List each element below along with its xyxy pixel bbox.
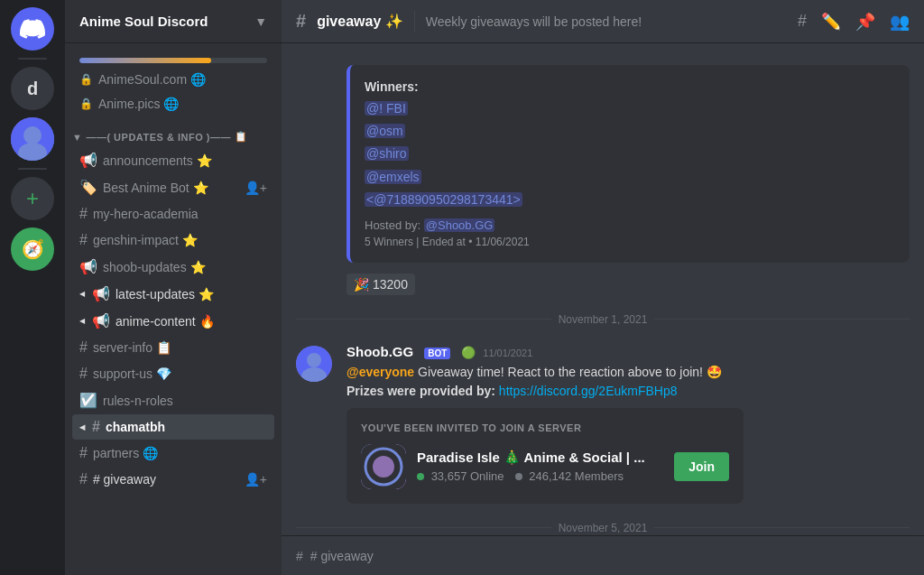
online-dot <box>417 473 424 480</box>
edit-icon[interactable]: ✏️ <box>821 12 841 32</box>
server-icon-avatar[interactable] <box>11 117 54 161</box>
members-icon[interactable]: 👥 <box>890 12 910 32</box>
channel-prefix-icon: 📢 <box>79 152 97 169</box>
xp-progress-fill <box>79 58 211 63</box>
hash-icon: # <box>79 471 88 487</box>
category-updates-info[interactable]: ▼ ——( UPDATES & INFO )—— 📋 <box>65 116 282 146</box>
message-timestamp-1: 11/01/2021 <box>483 348 532 358</box>
server-list: d + 🧭 <box>0 0 65 575</box>
message-list: Winners: @! FBI @osm @shiro @emxels <@71… <box>282 43 924 535</box>
channel-item-rules[interactable]: ☑️ rules-n-roles <box>72 387 274 413</box>
channel-name: chamatbh <box>106 420 267 434</box>
server-name: Anime Soul Discord <box>79 14 208 29</box>
channel-name: # giveaway <box>93 472 239 487</box>
giveaway-winners-label: Winners: <box>365 79 895 94</box>
server-divider-2 <box>18 168 47 170</box>
winner-mention-4: @emxels <box>365 170 421 184</box>
main-content: # giveaway ✨ Weekly giveaways will be po… <box>282 0 924 575</box>
reaction-count: 13200 <box>373 277 408 292</box>
channel-item-animepics[interactable]: 🔒 Anime.pics 🌐 <box>72 92 274 116</box>
channel-name: server-info 📋 <box>93 340 267 355</box>
giveaway-ended-card: Winners: @! FBI @osm @shiro @emxels <@71… <box>346 65 910 263</box>
hash-icon: # <box>79 232 88 248</box>
lock-icon: 🔒 <box>79 97 93 110</box>
unread-indicator: ◀ <box>79 423 85 431</box>
hashtag-icon[interactable]: # <box>798 12 807 31</box>
add-server-button[interactable]: + <box>11 177 54 220</box>
giveaway-footer: 5 Winners | Ended at • 11/06/2021 <box>365 236 895 248</box>
channel-item-animesoul[interactable]: 🔒 AnimeSoul.com 🌐 <box>72 68 274 91</box>
date-label: November 5, 2021 <box>559 522 648 534</box>
channel-name: announcements ⭐ <box>103 153 267 168</box>
prizes-label: Prizes were provided by: <box>346 384 499 398</box>
channel-item-mha[interactable]: # my-hero-academia <box>72 201 274 227</box>
invite-card-header: YOU'VE BEEN INVITED TO JOIN A SERVER <box>361 422 729 433</box>
channel-item-anime-content[interactable]: ◀ 📢 anime-content 🔥 <box>72 308 274 334</box>
divider-line <box>654 319 910 320</box>
reaction-emoji: 🎉 <box>354 277 369 292</box>
megaphone-icon: 📢 <box>92 285 110 302</box>
svg-point-1 <box>23 126 42 144</box>
channel-item-best-anime-bot[interactable]: 🏷️ Best Anime Bot ⭐ 👤+ <box>72 174 274 200</box>
add-member-icon[interactable]: 👤+ <box>245 181 267 195</box>
channel-item-genshin[interactable]: # genshin-impact ⭐ <box>72 227 274 253</box>
date-divider-1: November 1, 2021 <box>296 313 910 326</box>
channel-item-announcements[interactable]: 📢 announcements ⭐ <box>72 147 274 173</box>
date-divider-2: November 5, 2021 <box>296 522 910 534</box>
bottom-hash-icon: # <box>296 549 303 563</box>
invite-server-stats: 33,657 Online 246,142 Members <box>417 469 663 483</box>
divider-line <box>654 527 910 528</box>
unread-indicator: ◀ <box>79 317 85 325</box>
reaction-block: 🎉 13200 <box>282 270 924 299</box>
server-icon-d[interactable]: d <box>11 67 54 110</box>
invite-server-icon <box>361 444 406 489</box>
winner-mention-3: @shiro <box>365 146 409 161</box>
channel-name: support-us 💎 <box>93 366 267 381</box>
message-content-1: Shoob.GG BOT 🟢 11/01/2021 @everyone Give… <box>346 344 910 504</box>
date-label: November 1, 2021 <box>559 313 648 326</box>
bottom-channel-name: # giveaway <box>310 549 374 563</box>
invite-link[interactable]: https://discord.gg/2EukmFBHp8 <box>499 384 678 398</box>
winner-mention-1: @! FBI <box>365 101 408 116</box>
giveaway-winners-list: @! FBI @osm @shiro @emxels <@71889095029… <box>365 97 895 211</box>
invite-server-info: Paradise Isle 🎄 Anime & Social | ... 33,… <box>417 450 663 483</box>
server-header[interactable]: Anime Soul Discord ▼ <box>65 0 282 43</box>
message-header-1: Shoob.GG BOT 🟢 11/01/2021 <box>346 344 910 359</box>
category-icon: 📋 <box>235 131 248 143</box>
channel-topbar: # giveaway ✨ Weekly giveaways will be po… <box>282 0 924 43</box>
channel-name: anime-content 🔥 <box>116 314 267 329</box>
channel-item-latest-updates[interactable]: ◀ 📢 latest-updates ⭐ <box>72 281 274 307</box>
divider-line <box>296 319 551 320</box>
add-member-icon[interactable]: 👤+ <box>245 472 267 487</box>
giveaway-hosted-by: Hosted by: @Shoob.GG <box>365 218 895 232</box>
reaction-button[interactable]: 🎉 13200 <box>346 274 415 295</box>
winner-mention-2: @osm <box>365 124 405 138</box>
topbar-description: Weekly giveaways will be posted here! <box>426 14 787 29</box>
invite-card-body: Paradise Isle 🎄 Anime & Social | ... 33,… <box>361 444 729 489</box>
offline-dot <box>515 473 522 480</box>
message-avatar-1 <box>296 346 332 382</box>
channel-item-chamatbh[interactable]: ◀ # chamatbh <box>72 414 274 440</box>
svg-point-4 <box>307 353 321 367</box>
pin-icon[interactable]: 📌 <box>855 12 875 32</box>
hash-icon: # <box>92 419 100 435</box>
channel-item-server-info[interactable]: # server-info 📋 <box>72 335 274 360</box>
message-body-1: Giveaway time! React to the reaction abo… <box>418 365 722 379</box>
server-dropdown-icon[interactable]: ▼ <box>254 14 267 29</box>
members-stat: 246,142 Members <box>515 469 624 483</box>
channel-name: shoob-updates ⭐ <box>103 260 267 274</box>
channel-name: partners 🌐 <box>93 446 267 460</box>
topbar-divider <box>414 11 415 32</box>
channel-item-shoob-updates[interactable]: 📢 shoob-updates ⭐ <box>72 254 274 280</box>
discord-home-icon[interactable] <box>11 7 54 51</box>
megaphone-icon: 📢 <box>79 258 97 275</box>
channel-item-partners[interactable]: # partners 🌐 <box>72 441 274 466</box>
channel-item-support-us[interactable]: # support-us 💎 <box>72 361 274 386</box>
channel-prefix-icon: 🏷️ <box>79 179 97 196</box>
join-server-button[interactable]: Join <box>674 452 729 481</box>
checkbox-icon: ☑️ <box>79 392 97 409</box>
channel-item-giveaway[interactable]: # # giveaway 👤+ <box>72 467 274 492</box>
message-text-1: @everyone Giveaway time! React to the re… <box>346 363 910 401</box>
divider-line <box>296 527 551 528</box>
explore-servers-button[interactable]: 🧭 <box>11 227 54 271</box>
